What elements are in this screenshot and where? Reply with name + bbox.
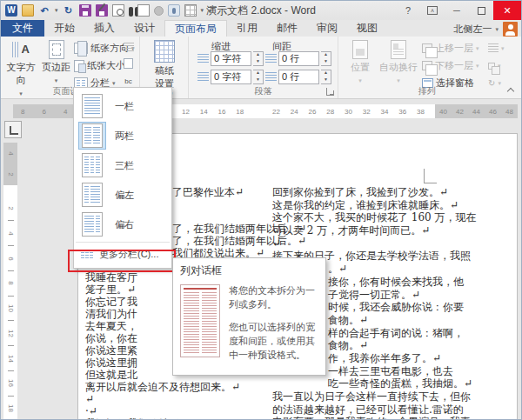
ruler-number: 22 [272,108,280,116]
collapse-ribbon-button[interactable] [507,87,514,94]
genko-label-1: 稿纸 [144,64,185,77]
help-button[interactable]: ? [396,1,420,20]
spacing-after-stepper[interactable]: ▲▼ [321,70,331,84]
undo-dropdown-icon[interactable]: ▾ [55,7,58,14]
hyphenation-icon: bc [124,77,131,85]
ruler-number: 4 [64,108,67,116]
menu-item-three-columns[interactable]: 三栏 [74,150,171,180]
tab-view[interactable]: 视图 [347,20,387,37]
tab-home[interactable]: 开始 [44,20,84,37]
doc-line: 了，在我们结婚两年以后。↵ [172,235,264,247]
bring-forward-button[interactable]: 上移一层 ▾ [422,40,479,57]
ruler-number: 30 [345,108,352,116]
grid-dropdown-icon[interactable]: ▾ [201,7,204,14]
ruler-number: 8 [21,108,24,116]
ruler-number: 12 [7,330,15,337]
save-edit-icon[interactable] [96,4,108,17]
tab-insert[interactable]: 插入 [84,20,124,37]
align-button[interactable]: ▾ [488,40,505,57]
menu-item-label: 偏左 [115,189,134,202]
tooltip-title: 列对话框 [180,263,318,278]
tab-review[interactable]: 审阅 [307,20,347,37]
bring-forward-icon [422,43,432,53]
spacing-before-field[interactable]: 0 行 [278,51,319,66]
ruler-number: 16 [218,108,226,116]
redo-icon[interactable]: ↻ [63,4,75,17]
account-menu[interactable]: 北侧左一 ▾ [453,23,499,36]
chevron-down-icon: ▾ [358,77,362,83]
ribbon-tab-row: 文件 开始 插入 设计 页面布局 引用 邮件 审阅 视图 北侧左一 ▾ [1,20,521,37]
spacing-after-field[interactable]: 0 行 [278,70,319,84]
wrap-text-button[interactable]: 自动换行 ▾ [378,39,418,84]
tab-design[interactable]: 设计 [124,20,164,37]
spacing-before-icon [265,54,277,63]
indent-left-field[interactable]: 0 字符 [211,51,251,66]
minimize-button[interactable]: ─ [445,1,469,20]
send-backward-label: 下移一层 [435,59,473,72]
ruler-number: 6 [6,257,14,260]
send-backward-button[interactable]: 下移一层 ▾ [422,57,479,74]
group-label-arrange: 排列 [338,85,516,97]
chevron-down-icon: ▾ [476,45,479,52]
breaks-button[interactable] [121,40,136,54]
close-button[interactable]: ✕ [493,1,521,20]
group-label-paragraph: 段落 [189,85,338,97]
group-objects-icon [488,63,495,70]
avatar[interactable] [503,22,518,37]
genko-setting-button[interactable]: 稿纸 设置 [144,39,185,90]
group-arrange: 位置 ▾ 自动换行 ▾ 上移一层 ▾ 下移一层 ▾ 选择窗格 [338,37,516,98]
ruler-number: 34 [381,108,389,116]
save-icon[interactable] [79,4,91,17]
chevron-down-icon: ▾ [501,45,505,52]
chevron-down-icon: ▾ [476,63,479,70]
annotation-highlight-box [68,250,176,272]
menu-item-left[interactable]: 偏左 [74,180,171,210]
tab-mailings[interactable]: 邮件 [267,20,307,37]
menu-item-two-columns[interactable]: 两栏 [74,121,171,150]
menu-item-one-column[interactable]: 一栏 [74,91,171,121]
group-objects-button[interactable]: ▾ [488,57,501,74]
title-bar: W ↶▾ ↻ ▾ ▾ 演示文档 2.docx - Word ? ˄ ─ ✕ [1,1,521,20]
grid-table-icon[interactable] [184,4,197,17]
columns-dropdown-menu: 一栏 两栏 三栏 偏左 偏右 更 [73,87,172,269]
spacing-after-icon [265,72,277,82]
open-folder-icon[interactable] [22,4,34,17]
indent-right-stepper[interactable]: ▲▼ [253,70,264,84]
group-paragraph: 缩进 间距 0 字符 ▲▼ 0 字符 ▲▼ 0 行 ▲▼ 0 行 ▲▼ [189,37,338,98]
doc-line: 这是你我的约定，谁捡到床谁就睡床。↵ [272,199,492,212]
tab-page-layout[interactable]: 页面布局 [164,20,227,37]
menu-item-right[interactable]: 偏右 [74,210,171,239]
doc-line: 了，在我们结婚两年以后。↵ [172,223,264,235]
position-label: 位置 [344,61,377,74]
ruler-number: 38 [417,108,425,116]
touch-mode-icon[interactable] [168,4,180,17]
find-icon[interactable] [129,7,133,17]
tab-file[interactable]: 文件 [1,20,44,37]
menu-item-label: 偏右 [115,218,134,231]
record-icon[interactable] [154,6,164,16]
line-numbers-button[interactable] [121,57,136,70]
indent-right-field[interactable]: 0 字符 [211,70,251,84]
right-column-icon [78,210,106,238]
new-document-icon[interactable] [137,4,150,17]
print-preview-icon[interactable] [112,4,124,17]
two-columns-icon-selected [78,122,106,150]
doc-line: 这个家不大，我买的时候花了 160 万，现在 [272,211,492,224]
ruler-number: 6 [43,108,46,116]
maximize-button[interactable] [469,1,493,20]
tab-references[interactable]: 引用 [227,20,267,37]
columns-tooltip: 列对话框 将您的文本拆分为一列或多列。 您也可以选择列的宽度和间距，或使用其中一… [172,257,326,376]
spacing-before-stepper[interactable]: ▲▼ [321,51,331,66]
undo-icon[interactable]: ↶ [38,4,50,17]
position-button[interactable]: 位置 ▾ [344,39,377,84]
ribbon-display-options-button[interactable]: ˄ [420,1,445,20]
customize-qat-icon[interactable]: ▾ [208,7,217,14]
window-buttons: ? ˄ ─ ✕ [396,1,521,20]
ruler-number: 24 [291,108,298,116]
ruler-number: 28 [326,108,334,116]
tab-selector[interactable] [4,121,22,138]
indent-left-stepper[interactable]: ▲▼ [253,51,264,66]
paragraph-dialog-launcher[interactable] [326,88,334,96]
chevron-down-icon: ▾ [495,26,499,33]
margins-button[interactable]: 页边距 ▾ [40,39,72,84]
